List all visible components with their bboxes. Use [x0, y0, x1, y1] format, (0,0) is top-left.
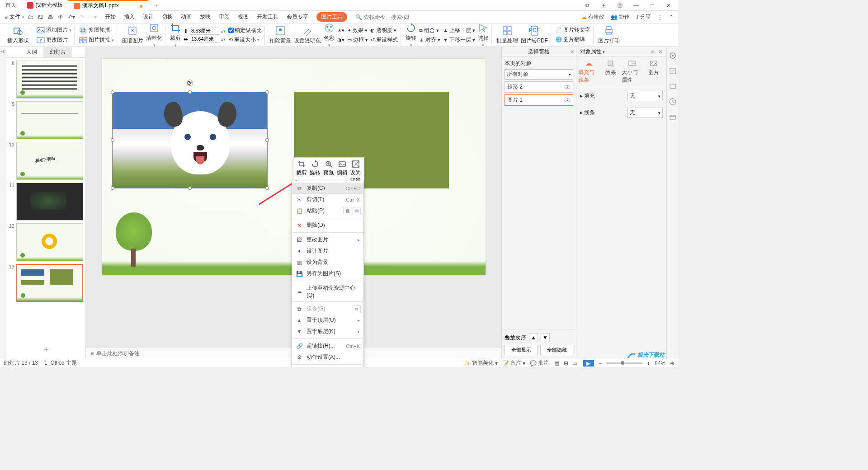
slideshow-button[interactable]: ▶	[583, 360, 594, 367]
send-backward-button[interactable]: ▼下移一层▾	[443, 36, 475, 44]
resize-handle[interactable]	[188, 186, 192, 190]
menu-design[interactable]: 设计	[143, 13, 154, 21]
combine-button[interactable]: ⧉组合▾	[419, 27, 440, 34]
translate-button[interactable]: 🌐图片翻译	[556, 36, 585, 43]
slide-thumb-9[interactable]	[16, 101, 83, 139]
prop-pin[interactable]: ⇱	[651, 49, 656, 55]
fit-button[interactable]: ⊕	[670, 360, 675, 367]
resize-handle[interactable]	[111, 138, 114, 142]
qat-open[interactable]: 🗁	[28, 14, 33, 20]
slide-thumb-12[interactable]	[16, 223, 83, 261]
sidetool-3[interactable]	[669, 82, 677, 90]
minimize-button[interactable]: —	[630, 1, 642, 10]
print-button[interactable]: 图片打印	[598, 25, 620, 45]
paste-option-2[interactable]: ⧉	[353, 207, 361, 215]
resize-handle[interactable]	[111, 90, 114, 94]
resize-handle[interactable]	[265, 138, 269, 142]
width-input[interactable]	[190, 36, 219, 43]
batch-button[interactable]: 批量处理	[496, 25, 518, 45]
menu-insert[interactable]: 插入	[124, 13, 135, 21]
collab-button[interactable]: 👥协作	[611, 13, 630, 21]
smart-beautify-button[interactable]: ✨智能美化▾	[464, 359, 498, 367]
border-button[interactable]: ▭边框▾	[347, 36, 368, 44]
resize-handle[interactable]	[111, 186, 114, 190]
ctx-anim-pane[interactable]: ✦动画窗格(M)...	[292, 366, 363, 367]
show-all-button[interactable]: 全部显示	[505, 345, 538, 355]
view-reading[interactable]: ▭	[571, 360, 579, 367]
compress-button[interactable]: 压缩图片	[122, 25, 143, 45]
qat-more[interactable]: ⋯▾	[89, 14, 97, 20]
ctx-action[interactable]: ⚙动作设置(A)...	[292, 352, 363, 363]
ctx-send-back[interactable]: ▼置于底层(K)▸	[292, 326, 363, 337]
qat-save[interactable]: 🖫	[38, 14, 43, 20]
insert-shape-button[interactable]: 插入形状	[7, 25, 29, 45]
transparency-button[interactable]: ◐透明度▾	[370, 27, 396, 34]
slide-thumb-13[interactable]	[16, 264, 83, 302]
multi-outline-button[interactable]: 多图轮播	[79, 26, 110, 34]
slide-thumb-8[interactable]	[16, 61, 83, 99]
slide-thumb-11[interactable]	[16, 183, 83, 221]
ctx-hyperlink[interactable]: 🔗超链接(H)...Ctrl+K	[292, 340, 363, 352]
remove-bg-button[interactable]: 扣除背景	[269, 25, 291, 45]
menu-dev[interactable]: 开发工具	[257, 13, 278, 21]
comments-button[interactable]: 💬批注	[530, 359, 549, 367]
move-down-button[interactable]: ▼	[541, 333, 550, 342]
tab-image[interactable]: 图片	[643, 60, 665, 84]
tab-active-file[interactable]: 演示文稿1.pptx●	[68, 0, 148, 11]
selected-image[interactable]: ⟳	[112, 92, 268, 188]
bring-forward-button[interactable]: ▲上移一层▾	[443, 27, 475, 34]
outline-tab[interactable]: 大纲	[20, 47, 43, 57]
ctx-copy[interactable]: ⧉复制(C)Ctrl+C	[292, 183, 363, 194]
qat-undo[interactable]: ↶▾	[68, 14, 75, 20]
clarify-button[interactable]: 清晰化▾	[146, 23, 162, 47]
height-input[interactable]	[190, 28, 219, 35]
brightness-button[interactable]: ☀▾	[337, 27, 344, 34]
add-image-button[interactable]: 添加图片▾	[37, 26, 71, 34]
lock-ratio-checkbox[interactable]: 锁定纵横比	[228, 27, 262, 34]
menu-slideshow[interactable]: 放映	[200, 13, 211, 21]
qat-print[interactable]: 🖶	[48, 14, 53, 20]
zoom-out[interactable]: −	[599, 360, 602, 367]
sidetool-1[interactable]	[669, 52, 677, 60]
object-filter-select[interactable]: 所有对象▾	[505, 69, 573, 80]
avatar-icon[interactable]	[614, 1, 626, 10]
sidetool-4[interactable]	[669, 98, 677, 106]
sidetool-5[interactable]	[669, 113, 677, 121]
maximize-button[interactable]: □	[646, 1, 658, 10]
visibility-icon[interactable]	[564, 84, 571, 90]
tab-template[interactable]: 找稻壳模板	[22, 0, 68, 11]
rotate-handle[interactable]: ⟳	[187, 80, 193, 86]
sidetool-2[interactable]	[669, 67, 677, 75]
slide-thumb-10[interactable]: 极光下载站	[16, 142, 83, 180]
ctx-change-image[interactable]: 🖼更改图片▸	[292, 234, 363, 245]
command-search[interactable]: 🔍	[355, 14, 409, 20]
more-menu[interactable]: ⋮	[657, 14, 663, 20]
line-select[interactable]: 无▾	[627, 108, 663, 118]
view-normal[interactable]: ▦	[553, 360, 561, 367]
collapse-nav[interactable]: ≪	[0, 47, 6, 359]
tab-effects[interactable]: 效果	[600, 60, 622, 84]
fill-select[interactable]: 无▾	[627, 91, 663, 101]
add-slide-button[interactable]: ＋	[6, 339, 85, 359]
contrast-button[interactable]: ◑▾	[337, 36, 344, 44]
change-image-button[interactable]: 更改图片	[37, 36, 68, 44]
qat-redo[interactable]: ↷	[80, 14, 84, 20]
reset-style-button[interactable]: ↺重设样式	[371, 36, 398, 44]
zoom-in[interactable]: +	[647, 360, 650, 367]
crop-button[interactable]: 裁剪▾	[170, 23, 181, 47]
tab-home[interactable]: 首页	[0, 0, 22, 11]
select-button[interactable]: 选择▾	[478, 23, 489, 47]
layout-icon[interactable]: ⧉	[581, 1, 593, 10]
tab-fill-line[interactable]: 填充与线条	[578, 60, 600, 84]
tab-size-prop[interactable]: 大小与属性	[622, 60, 643, 84]
menu-image-tools[interactable]: 图片工具	[316, 12, 347, 22]
paste-option-1[interactable]: ▦	[343, 207, 351, 215]
effects-button[interactable]: ✦效果▾	[347, 27, 368, 34]
prop-close[interactable]: ✕	[658, 49, 663, 55]
ctx-cut[interactable]: ✂剪切(T)Ctrl+X	[292, 194, 363, 205]
visibility-icon[interactable]	[564, 97, 571, 103]
image-join-button[interactable]: 图片拼接▾	[79, 36, 114, 44]
resize-handle[interactable]	[265, 186, 269, 190]
ctx-save-as-image[interactable]: 💾另存为图片(S)	[292, 268, 363, 279]
to-text-button[interactable]: 📄图片转文字	[556, 26, 590, 34]
